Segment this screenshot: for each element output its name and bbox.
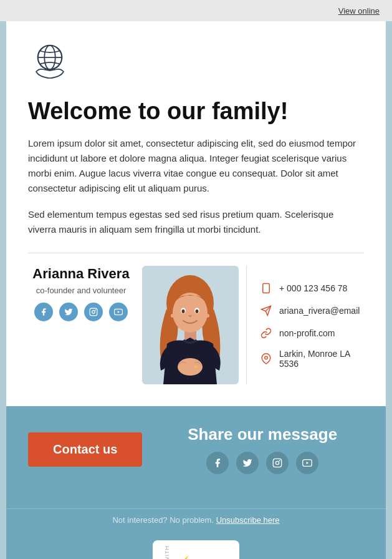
view-online-link[interactable]: View online [338, 6, 380, 16]
share-section: Share our message [161, 425, 364, 474]
svg-rect-16 [194, 366, 198, 368]
profile-section: Arianna Rivera co-founder and volunteer [28, 253, 364, 384]
svg-point-25 [276, 461, 279, 464]
svg-point-26 [279, 460, 280, 461]
main-card: Welcome to our family! Lorem ipsum dolor… [6, 21, 386, 406]
profile-role: co-founder and volunteer [28, 286, 134, 295]
unsubscribe-text: Not interested? No problem. [112, 515, 214, 525]
phone-value: + 000 123 456 78 [279, 283, 347, 293]
logo-icon [28, 40, 364, 86]
profile-name: Arianna Rivera [28, 266, 134, 282]
made-with-label: MADE WITH [164, 545, 170, 559]
email-icon [259, 304, 273, 318]
address-value: Larkin, Monroe LA 5536 [279, 349, 364, 369]
stripo-bolt-icon: ⚡ [175, 556, 192, 559]
svg-point-4 [92, 311, 95, 314]
footer-section: Contact us Share our message [6, 406, 386, 508]
profile-twitter-icon[interactable] [59, 303, 78, 321]
share-facebook-icon[interactable] [206, 452, 229, 474]
svg-point-14 [195, 309, 198, 313]
unsubscribe-link[interactable]: Unsubscribe here [216, 515, 280, 525]
link-icon [259, 326, 273, 340]
svg-rect-3 [90, 308, 97, 316]
contact-us-button[interactable]: Contact us [28, 432, 142, 467]
contact-email: ariana_rivera@email [259, 304, 364, 318]
svg-point-17 [171, 314, 174, 318]
contact-address: Larkin, Monroe LA 5536 [259, 349, 364, 369]
welcome-title: Welcome to our family! [28, 99, 364, 125]
profile-left: Arianna Rivera co-founder and volunteer [28, 266, 140, 384]
body-paragraph-1: Lorem ipsum dolor sit amet, consectetur … [28, 136, 364, 196]
view-online-bar: View online [0, 0, 392, 21]
svg-point-18 [206, 314, 209, 318]
share-social-icons [161, 452, 364, 474]
profile-contact: + 000 123 456 78 ariana_rivera@email [246, 266, 364, 384]
contact-website: non-profit.com [259, 326, 364, 340]
share-youtube-icon[interactable] [296, 452, 318, 474]
profile-image [140, 266, 240, 384]
svg-rect-24 [274, 459, 282, 467]
profile-facebook-icon[interactable] [34, 303, 53, 321]
profile-social-icons [28, 303, 134, 321]
share-instagram-icon[interactable] [266, 452, 289, 474]
email-value: ariana_rivera@email [279, 306, 360, 316]
website-value: non-profit.com [279, 328, 335, 338]
share-title: Share our message [161, 425, 364, 444]
location-icon [259, 352, 273, 366]
stripo-bar: MADE WITH ⚡ stripo [6, 531, 386, 559]
svg-point-15 [178, 358, 203, 376]
svg-marker-6 [118, 311, 120, 313]
contact-phone: + 000 123 456 78 [259, 281, 364, 295]
svg-point-23 [265, 356, 268, 359]
profile-instagram-icon[interactable] [84, 303, 103, 321]
body-paragraph-2: Sed elementum tempus egestas sed sed ris… [28, 207, 364, 237]
svg-point-5 [95, 309, 96, 311]
svg-point-13 [181, 309, 184, 313]
footer-top: Contact us Share our message [28, 425, 364, 474]
share-twitter-icon[interactable] [236, 452, 259, 474]
svg-marker-27 [307, 462, 309, 464]
profile-youtube-icon[interactable] [109, 303, 128, 321]
stripo-badge: MADE WITH ⚡ stripo [153, 540, 239, 559]
unsubscribe-bar: Not interested? No problem. Unsubscribe … [6, 508, 386, 531]
phone-icon [259, 281, 273, 295]
